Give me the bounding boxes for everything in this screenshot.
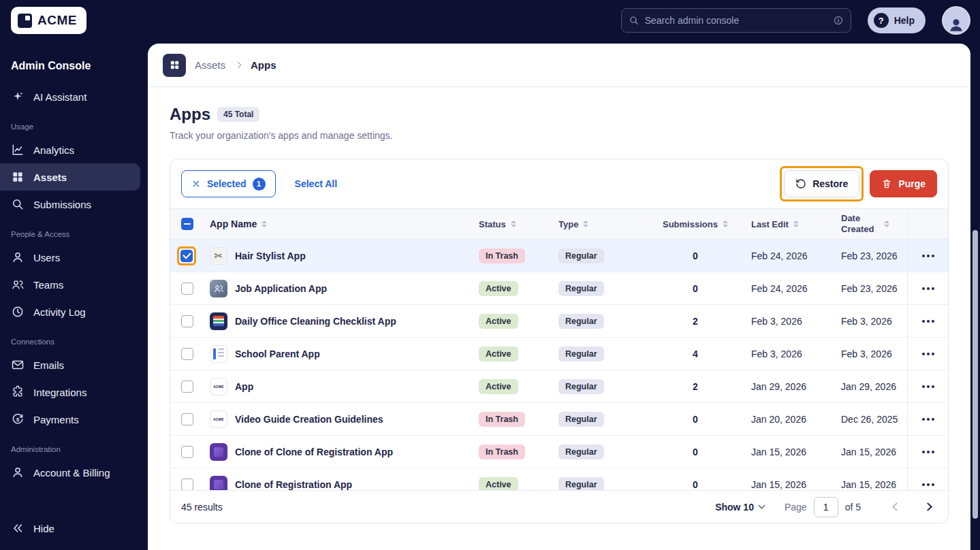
close-icon	[191, 179, 201, 189]
table-row[interactable]: Clone of Clone of Registration App In Tr…	[170, 436, 948, 468]
sidebar-item-submissions[interactable]: Submissions	[0, 191, 148, 218]
breadcrumb-assets-link[interactable]: Assets	[195, 59, 225, 71]
more-actions-icon[interactable]	[927, 385, 930, 388]
app-name[interactable]: Hair Stylist App	[235, 250, 306, 261]
app-name[interactable]: Clone of Registration App	[235, 479, 352, 490]
sort-icon[interactable]	[511, 221, 516, 228]
more-actions-icon[interactable]	[927, 320, 930, 323]
date-created: Dec 26, 2025	[841, 403, 907, 435]
app-name[interactable]: App	[235, 381, 253, 392]
sidebar-item-emails[interactable]: Emails	[0, 351, 148, 378]
previous-page-button[interactable]	[887, 498, 906, 517]
sidebar-item-activity-log[interactable]: Activity Log	[0, 298, 148, 325]
column-header-type[interactable]: Type	[558, 219, 588, 229]
table-row[interactable]: Job Application App Active Regular 0 Feb…	[170, 272, 948, 305]
grid-icon	[11, 170, 25, 184]
info-icon[interactable]	[833, 15, 844, 26]
table-row[interactable]: School Parent App Active Regular 4 Feb 3…	[170, 338, 948, 370]
chevron-left-icon	[892, 502, 901, 511]
status-badge: Active	[479, 281, 518, 296]
column-header-status[interactable]: Status	[479, 219, 516, 229]
registration-app-thumbnail-icon	[210, 443, 227, 461]
last-edit-date: Feb 3, 2026	[751, 305, 841, 337]
clock-history-icon	[11, 305, 25, 319]
page-size-select[interactable]: Show 10	[715, 502, 764, 513]
chevron-down-icon	[758, 502, 765, 509]
help-button[interactable]: ? Help	[868, 7, 926, 33]
app-name[interactable]: Video Guide Creation Guidelines	[235, 414, 383, 425]
column-header-submissions[interactable]: Submissions	[663, 219, 728, 229]
next-page-button[interactable]	[918, 498, 937, 517]
column-header-last-edit[interactable]: Last Edit	[751, 219, 799, 229]
more-actions-icon[interactable]	[927, 287, 930, 290]
column-header-app-name[interactable]: App Name	[210, 219, 267, 229]
more-actions-icon[interactable]	[927, 255, 930, 257]
restore-icon	[795, 178, 806, 189]
row-checkbox[interactable]	[181, 282, 193, 295]
type-badge: Regular	[558, 444, 604, 459]
row-checkbox[interactable]	[181, 381, 193, 393]
sort-icon[interactable]	[884, 221, 889, 228]
total-count-badge: 45 Total	[217, 107, 259, 122]
row-checkbox[interactable]	[181, 348, 193, 360]
purge-button[interactable]: Purge	[870, 170, 937, 197]
date-created: Feb 3, 2026	[841, 305, 907, 337]
row-checkbox[interactable]	[181, 479, 193, 491]
more-actions-icon[interactable]	[927, 418, 930, 421]
row-checkbox[interactable]	[181, 446, 193, 458]
status-badge: In Trash	[479, 444, 525, 459]
puzzle-icon	[11, 385, 25, 399]
table-row[interactable]: Video Guide Creation Guidelines In Trash…	[170, 403, 948, 436]
more-actions-icon[interactable]	[927, 451, 930, 453]
selected-filter-chip[interactable]: Selected 1	[181, 170, 276, 197]
sidebar-item-payments[interactable]: Payments	[0, 406, 148, 433]
row-checkbox[interactable]	[181, 315, 193, 327]
more-actions-icon[interactable]	[927, 353, 930, 355]
table-row[interactable]: Daily Office Cleaning Checklist App Acti…	[170, 305, 948, 338]
brand-name: ACME	[37, 13, 77, 28]
user-avatar[interactable]	[943, 7, 969, 33]
table-footer: 45 results Show 10 Page of 5	[170, 490, 948, 523]
app-name[interactable]: Clone of Clone of Registration App	[235, 447, 393, 457]
column-header-date-created[interactable]: Date Created	[841, 213, 889, 234]
sidebar-section-people-access: People & Access	[0, 218, 148, 244]
app-name[interactable]: Job Application App	[235, 283, 327, 294]
actions-column-header	[907, 209, 948, 239]
sort-icon[interactable]	[583, 221, 588, 228]
app-name[interactable]: Daily Office Cleaning Checklist App	[235, 316, 396, 327]
school-parent-thumbnail-icon	[210, 345, 227, 363]
sidebar-item-account-billing[interactable]: Account & Billing	[0, 459, 148, 486]
table-row[interactable]: App Active Regular 2 Jan 29, 2026 Jan 29…	[170, 370, 948, 403]
main-panel: Assets Apps Apps 45 Total Track your org…	[148, 44, 970, 550]
sort-icon[interactable]	[793, 221, 799, 228]
page-number-input[interactable]	[814, 497, 838, 517]
search-input[interactable]	[645, 15, 827, 26]
page-scrollbar[interactable]	[970, 41, 980, 550]
app-name[interactable]: School Parent App	[235, 349, 320, 359]
scrollbar-thumb[interactable]	[973, 230, 978, 519]
sidebar-item-teams[interactable]: Teams	[0, 271, 148, 298]
table-row[interactable]: Hair Stylist App In Trash Regular 0 Feb …	[170, 240, 948, 272]
sidebar-item-ai-assistant[interactable]: AI Assistant	[0, 83, 148, 110]
user-icon	[11, 250, 25, 264]
sidebar-item-assets[interactable]: Assets	[0, 163, 140, 191]
type-badge: Regular	[558, 248, 604, 263]
acme-logo[interactable]: ACME	[11, 7, 86, 34]
envelope-icon	[11, 358, 25, 372]
sort-icon[interactable]	[723, 221, 728, 228]
admin-search[interactable]	[621, 8, 851, 33]
page-total-label: of 5	[845, 502, 861, 513]
row-checkbox[interactable]	[181, 413, 193, 425]
restore-button[interactable]: Restore	[784, 170, 859, 197]
more-actions-icon[interactable]	[927, 483, 930, 486]
sidebar-item-users[interactable]: Users	[0, 244, 148, 271]
sidebar-hide-button[interactable]: Hide	[0, 515, 148, 542]
sidebar-item-integrations[interactable]: Integrations	[0, 378, 148, 406]
date-created: Jan 29, 2026	[841, 370, 907, 402]
row-checkbox[interactable]	[180, 250, 193, 262]
select-all-checkbox[interactable]	[181, 218, 193, 230]
sort-icon[interactable]	[262, 221, 267, 228]
select-all-button[interactable]: Select All	[295, 178, 338, 189]
sidebar-item-analytics[interactable]: Analytics	[0, 136, 148, 163]
person-icon	[947, 16, 965, 33]
